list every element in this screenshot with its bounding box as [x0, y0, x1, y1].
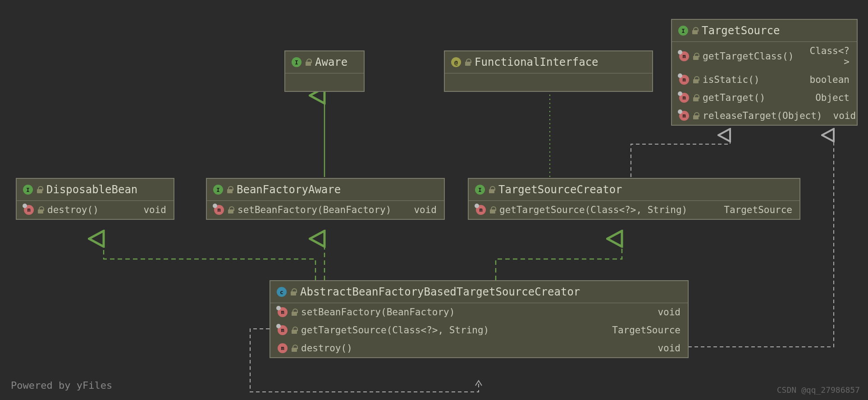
member-return: TargetSource	[605, 325, 681, 336]
uml-body: m setBeanFactory(BeanFactory) void m get…	[270, 303, 688, 357]
uml-member-row: m isStatic() boolean	[672, 71, 857, 89]
uml-member-row: m getTargetSource(Class<?>, String) Targ…	[270, 321, 688, 339]
member-return: void	[826, 110, 856, 121]
uml-box-disposable-bean[interactable]: I DisposableBean m destroy() void	[16, 178, 174, 220]
uml-member-row: m getTargetSource(Class<?>, String) Targ…	[469, 201, 799, 219]
uml-header: I TargetSource	[672, 20, 857, 42]
uml-member-row: m getTargetClass() Class<?>	[672, 42, 857, 71]
member-name: setBeanFactory(BeanFactory)	[301, 307, 647, 318]
lock-icon	[692, 27, 698, 34]
uml-body: m setBeanFactory(BeanFactory) void	[207, 201, 444, 219]
uml-title: TargetSource	[702, 24, 780, 37]
lock-icon	[291, 345, 297, 352]
uml-header: I DisposableBean	[17, 179, 174, 201]
lock-icon	[37, 206, 44, 214]
uml-title: Aware	[315, 56, 347, 68]
footer-powered-by: Powered by yFiles	[11, 380, 112, 391]
class-icon: c	[277, 287, 287, 297]
lock-icon	[465, 59, 471, 66]
lock-icon	[37, 186, 43, 193]
uml-box-functional-interface[interactable]: @ FunctionalInterface	[444, 50, 653, 92]
member-name: destroy()	[301, 343, 647, 354]
uml-header: I BeanFactoryAware	[207, 179, 444, 201]
uml-title: FunctionalInterface	[475, 56, 598, 68]
method-icon: m	[679, 51, 689, 61]
method-icon: m	[278, 325, 288, 335]
member-return: Object	[808, 92, 850, 103]
uml-title: BeanFactoryAware	[237, 183, 341, 196]
interface-icon: I	[213, 185, 223, 195]
lock-icon	[489, 186, 495, 193]
member-name: getTargetClass()	[703, 51, 794, 62]
member-return: boolean	[802, 74, 850, 85]
member-return: Class<?>	[797, 45, 850, 67]
member-name: setBeanFactory(BeanFactory)	[238, 205, 403, 215]
member-return: TargetSource	[717, 205, 792, 215]
interface-icon: I	[23, 185, 33, 195]
uml-header: I Aware	[285, 51, 364, 73]
lock-icon	[291, 327, 297, 334]
member-name: isStatic()	[703, 74, 799, 85]
uml-header: I TargetSourceCreator	[469, 179, 799, 201]
uml-body: m destroy() void	[17, 201, 174, 219]
member-return: void	[650, 343, 681, 354]
member-name: releaseTarget(Object)	[703, 110, 822, 121]
uml-empty-body	[285, 73, 364, 91]
lock-icon	[693, 76, 699, 83]
footer-watermark: CSDN @qq_27986857	[777, 385, 860, 395]
method-icon: m	[214, 205, 224, 215]
uml-member-row: m destroy() void	[17, 201, 174, 219]
uml-member-row: m setBeanFactory(BeanFactory) void	[270, 303, 688, 321]
uml-box-abstract-creator[interactable]: c AbstractBeanFactoryBasedTargetSourceCr…	[270, 280, 689, 358]
uml-empty-body	[445, 73, 652, 91]
uml-header: @ FunctionalInterface	[445, 51, 652, 73]
uml-member-row: m destroy() void	[270, 339, 688, 357]
lock-icon	[228, 206, 234, 214]
uml-box-target-source-creator[interactable]: I TargetSourceCreator m getTargetSource(…	[468, 178, 800, 220]
lock-icon	[693, 53, 699, 60]
lock-icon	[227, 186, 233, 193]
member-name: destroy()	[47, 205, 132, 215]
lock-icon	[693, 112, 699, 119]
member-name: getTargetSource(Class<?>, String)	[499, 205, 713, 215]
method-icon: m	[679, 111, 689, 121]
lock-icon	[693, 94, 699, 101]
member-return: void	[407, 205, 437, 215]
lock-icon	[489, 206, 496, 214]
uml-title: AbstractBeanFactoryBasedTargetSourceCrea…	[300, 286, 580, 298]
uml-box-aware[interactable]: I Aware	[284, 50, 365, 92]
uml-member-row: m releaseTarget(Object) void	[672, 107, 857, 125]
lock-icon	[290, 288, 297, 295]
method-icon: m	[679, 93, 689, 103]
interface-icon: I	[678, 26, 688, 36]
uml-box-target-source[interactable]: I TargetSource m getTargetClass() Class<…	[671, 19, 858, 126]
annotation-icon: @	[451, 57, 461, 67]
lock-icon	[305, 59, 311, 66]
method-icon: m	[278, 307, 288, 317]
interface-icon: I	[292, 57, 302, 67]
member-name: getTarget()	[703, 92, 804, 103]
method-icon: m	[278, 343, 288, 353]
uml-body: m getTargetSource(Class<?>, String) Targ…	[469, 201, 799, 219]
method-icon: m	[679, 75, 689, 85]
member-return: void	[650, 307, 681, 318]
method-icon: m	[24, 205, 34, 215]
member-return: void	[136, 205, 166, 215]
method-icon: m	[476, 205, 486, 215]
uml-title: DisposableBean	[46, 183, 137, 196]
uml-title: TargetSourceCreator	[498, 183, 622, 196]
lock-icon	[291, 309, 297, 316]
uml-body: m getTargetClass() Class<?> m isStatic()…	[672, 42, 857, 125]
uml-header: c AbstractBeanFactoryBasedTargetSourceCr…	[270, 281, 688, 303]
interface-icon: I	[475, 185, 485, 195]
uml-member-row: m getTarget() Object	[672, 89, 857, 107]
member-name: getTargetSource(Class<?>, String)	[301, 325, 601, 336]
uml-box-bean-factory-aware[interactable]: I BeanFactoryAware m setBeanFactory(Bean…	[206, 178, 445, 220]
uml-member-row: m setBeanFactory(BeanFactory) void	[207, 201, 444, 219]
